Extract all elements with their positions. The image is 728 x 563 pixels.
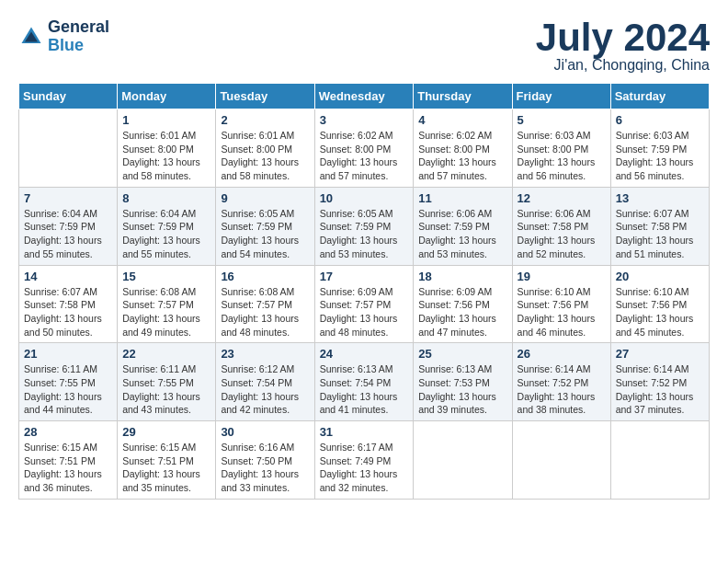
calendar-cell: 21Sunrise: 6:11 AMSunset: 7:55 PMDayligh… (19, 343, 118, 421)
title-block: July 2024 Ji'an, Chongqing, China (536, 18, 710, 74)
day-number: 26 (518, 347, 606, 361)
page-header: General Blue July 2024 Ji'an, Chongqing,… (18, 18, 710, 74)
day-number: 18 (418, 270, 506, 283)
day-number: 5 (518, 113, 606, 127)
day-number: 19 (518, 270, 606, 283)
calendar-cell: 5Sunrise: 6:03 AMSunset: 8:00 PMDaylight… (512, 109, 610, 188)
calendar-header-row: SundayMondayTuesdayWednesdayThursdayFrid… (19, 84, 710, 109)
calendar-table: SundayMondayTuesdayWednesdayThursdayFrid… (18, 83, 710, 500)
calendar-cell: 12Sunrise: 6:06 AMSunset: 7:58 PMDayligh… (512, 187, 610, 265)
day-number: 27 (616, 347, 704, 361)
calendar-cell: 30Sunrise: 6:16 AMSunset: 7:50 PMDayligh… (216, 421, 314, 500)
day-number: 21 (24, 347, 112, 361)
calendar-cell: 14Sunrise: 6:07 AMSunset: 7:58 PMDayligh… (19, 265, 118, 343)
day-number: 10 (320, 191, 409, 205)
logo: General Blue (18, 18, 109, 55)
calendar-cell: 8Sunrise: 6:04 AMSunset: 7:59 PMDaylight… (118, 187, 216, 265)
day-number: 8 (122, 191, 210, 205)
day-info: Sunrise: 6:02 AMSunset: 8:00 PMDaylight:… (320, 129, 409, 183)
calendar-week-3: 14Sunrise: 6:07 AMSunset: 7:58 PMDayligh… (19, 265, 710, 343)
day-info: Sunrise: 6:03 AMSunset: 8:00 PMDaylight:… (518, 129, 606, 183)
calendar-cell: 28Sunrise: 6:15 AMSunset: 7:51 PMDayligh… (19, 421, 118, 500)
column-header-tuesday: Tuesday (216, 84, 314, 109)
calendar-cell: 17Sunrise: 6:09 AMSunset: 7:57 PMDayligh… (314, 265, 414, 343)
column-header-friday: Friday (512, 84, 610, 109)
day-info: Sunrise: 6:11 AMSunset: 7:55 PMDaylight:… (24, 362, 112, 417)
day-info: Sunrise: 6:01 AMSunset: 8:00 PMDaylight:… (122, 129, 210, 183)
calendar-cell: 10Sunrise: 6:05 AMSunset: 7:59 PMDayligh… (314, 187, 414, 265)
calendar-cell: 16Sunrise: 6:08 AMSunset: 7:57 PMDayligh… (216, 265, 314, 343)
day-number: 29 (122, 425, 210, 439)
day-number: 31 (320, 425, 409, 439)
calendar-cell (414, 421, 512, 500)
day-number: 28 (24, 425, 112, 439)
day-info: Sunrise: 6:14 AMSunset: 7:52 PMDaylight:… (518, 362, 606, 417)
day-number: 4 (418, 113, 506, 127)
day-info: Sunrise: 6:08 AMSunset: 7:57 PMDaylight:… (122, 285, 210, 339)
day-number: 23 (221, 347, 309, 361)
logo-icon (18, 24, 44, 50)
calendar-cell: 20Sunrise: 6:10 AMSunset: 7:56 PMDayligh… (610, 265, 709, 343)
logo-text: General Blue (48, 18, 109, 55)
day-info: Sunrise: 6:06 AMSunset: 7:58 PMDaylight:… (518, 207, 606, 261)
day-number: 9 (221, 191, 309, 205)
calendar-cell: 19Sunrise: 6:10 AMSunset: 7:56 PMDayligh… (512, 265, 610, 343)
calendar-cell: 3Sunrise: 6:02 AMSunset: 8:00 PMDaylight… (314, 109, 414, 188)
day-number: 3 (320, 113, 409, 127)
calendar-cell: 15Sunrise: 6:08 AMSunset: 7:57 PMDayligh… (118, 265, 216, 343)
day-info: Sunrise: 6:03 AMSunset: 7:59 PMDaylight:… (616, 129, 704, 183)
day-number: 2 (221, 113, 309, 127)
calendar-cell: 18Sunrise: 6:09 AMSunset: 7:56 PMDayligh… (414, 265, 512, 343)
main-title: July 2024 (536, 18, 710, 57)
day-number: 7 (24, 191, 112, 205)
day-number: 20 (616, 270, 704, 283)
day-number: 24 (320, 347, 409, 361)
day-info: Sunrise: 6:06 AMSunset: 7:59 PMDaylight:… (418, 207, 506, 261)
day-info: Sunrise: 6:17 AMSunset: 7:49 PMDaylight:… (320, 441, 409, 495)
day-info: Sunrise: 6:01 AMSunset: 8:00 PMDaylight:… (221, 129, 309, 183)
day-number: 25 (418, 347, 506, 361)
day-info: Sunrise: 6:15 AMSunset: 7:51 PMDaylight:… (24, 441, 112, 495)
column-header-thursday: Thursday (414, 84, 512, 109)
calendar-cell: 4Sunrise: 6:02 AMSunset: 8:00 PMDaylight… (414, 109, 512, 188)
day-number: 12 (518, 191, 606, 205)
calendar-cell: 11Sunrise: 6:06 AMSunset: 7:59 PMDayligh… (414, 187, 512, 265)
day-info: Sunrise: 6:05 AMSunset: 7:59 PMDaylight:… (221, 207, 309, 261)
day-info: Sunrise: 6:14 AMSunset: 7:52 PMDaylight:… (616, 362, 704, 417)
calendar-cell (19, 109, 118, 188)
calendar-cell: 7Sunrise: 6:04 AMSunset: 7:59 PMDaylight… (19, 187, 118, 265)
day-info: Sunrise: 6:07 AMSunset: 7:58 PMDaylight:… (24, 285, 112, 339)
day-number: 22 (122, 347, 210, 361)
day-info: Sunrise: 6:10 AMSunset: 7:56 PMDaylight:… (518, 285, 606, 339)
column-header-sunday: Sunday (19, 84, 118, 109)
column-header-wednesday: Wednesday (314, 84, 414, 109)
day-number: 6 (616, 113, 704, 127)
day-info: Sunrise: 6:04 AMSunset: 7:59 PMDaylight:… (24, 207, 112, 261)
day-info: Sunrise: 6:09 AMSunset: 7:56 PMDaylight:… (418, 285, 506, 339)
calendar-cell: 1Sunrise: 6:01 AMSunset: 8:00 PMDaylight… (118, 109, 216, 188)
day-info: Sunrise: 6:04 AMSunset: 7:59 PMDaylight:… (122, 207, 210, 261)
day-number: 17 (320, 270, 409, 283)
calendar-cell: 22Sunrise: 6:11 AMSunset: 7:55 PMDayligh… (118, 343, 216, 421)
calendar-cell: 13Sunrise: 6:07 AMSunset: 7:58 PMDayligh… (610, 187, 709, 265)
day-info: Sunrise: 6:13 AMSunset: 7:53 PMDaylight:… (418, 362, 506, 417)
calendar-cell (610, 421, 709, 500)
day-info: Sunrise: 6:11 AMSunset: 7:55 PMDaylight:… (122, 362, 210, 417)
calendar-cell: 9Sunrise: 6:05 AMSunset: 7:59 PMDaylight… (216, 187, 314, 265)
calendar-cell: 2Sunrise: 6:01 AMSunset: 8:00 PMDaylight… (216, 109, 314, 188)
day-number: 30 (221, 425, 309, 439)
calendar-cell: 27Sunrise: 6:14 AMSunset: 7:52 PMDayligh… (610, 343, 709, 421)
day-info: Sunrise: 6:10 AMSunset: 7:56 PMDaylight:… (616, 285, 704, 339)
calendar-week-2: 7Sunrise: 6:04 AMSunset: 7:59 PMDaylight… (19, 187, 710, 265)
calendar-cell: 6Sunrise: 6:03 AMSunset: 7:59 PMDaylight… (610, 109, 709, 188)
day-number: 16 (221, 270, 309, 283)
calendar-week-4: 21Sunrise: 6:11 AMSunset: 7:55 PMDayligh… (19, 343, 710, 421)
calendar-cell: 23Sunrise: 6:12 AMSunset: 7:54 PMDayligh… (216, 343, 314, 421)
day-info: Sunrise: 6:07 AMSunset: 7:58 PMDaylight:… (616, 207, 704, 261)
day-info: Sunrise: 6:13 AMSunset: 7:54 PMDaylight:… (320, 362, 409, 417)
calendar-cell: 25Sunrise: 6:13 AMSunset: 7:53 PMDayligh… (414, 343, 512, 421)
calendar-cell: 24Sunrise: 6:13 AMSunset: 7:54 PMDayligh… (314, 343, 414, 421)
calendar-cell (512, 421, 610, 500)
day-number: 14 (24, 270, 112, 283)
day-info: Sunrise: 6:15 AMSunset: 7:51 PMDaylight:… (122, 441, 210, 495)
